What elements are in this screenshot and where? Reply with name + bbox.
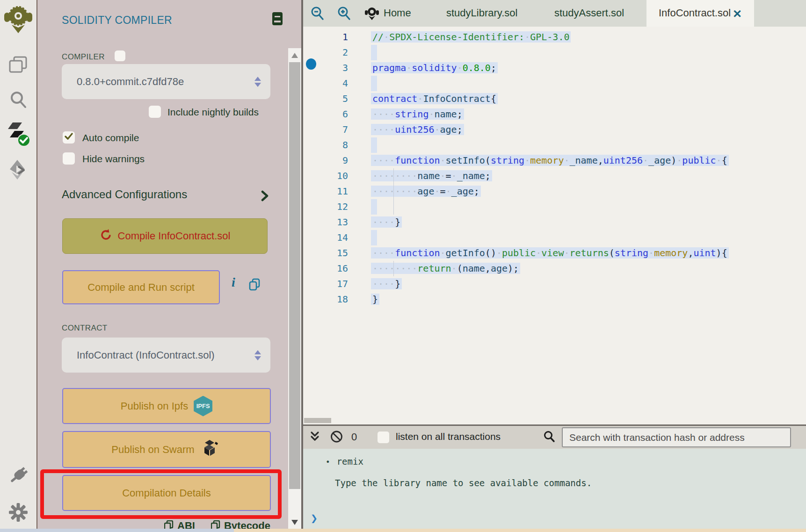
compilation-details-button[interactable]: Compilation Details	[62, 475, 271, 511]
line-number[interactable]: 10	[303, 168, 348, 184]
code-line: 12	[303, 199, 806, 215]
swarm-cubes-icon	[200, 439, 222, 460]
tab-home[interactable]: Home	[384, 7, 411, 19]
expand-terminal-icon[interactable]	[310, 431, 320, 445]
terminal-output[interactable]: •remix Type the library name to see avai…	[303, 449, 806, 532]
compile-run-label: Compile and Run script	[87, 281, 195, 294]
code-line: 18}	[303, 292, 806, 307]
line-number[interactable]: 8	[303, 137, 348, 153]
code-line: 7····uint256·age;	[303, 122, 806, 137]
contract-select[interactable]: InfoContract (InfoContract.sol)	[62, 338, 270, 373]
line-number[interactable]: 6	[303, 107, 348, 122]
line-number[interactable]: 5	[303, 91, 348, 107]
sidebar-scrollbar[interactable]	[288, 0, 301, 532]
ipfs-badge-icon: IPFS	[194, 396, 212, 417]
auto-compile-label: Auto compile	[82, 132, 139, 144]
select-arrows-icon	[254, 350, 261, 360]
line-number[interactable]: 13	[303, 215, 348, 230]
code-line: 4	[303, 76, 806, 91]
scrollbar-down-arrow[interactable]	[291, 520, 298, 525]
chevron-right-icon[interactable]	[261, 190, 269, 203]
advanced-configurations-toggle[interactable]: Advanced Configurations	[62, 188, 187, 201]
line-number[interactable]: 1	[303, 29, 348, 45]
terminal-remix-line: •remix	[326, 456, 363, 467]
code-line: 1//·SPDX-License-Identifier:·GPL-3.0	[303, 29, 806, 45]
icon-rail	[0, 0, 37, 532]
remix-home-icon	[364, 6, 379, 23]
copy-icon[interactable]	[249, 278, 260, 293]
info-icon[interactable]: i	[232, 275, 235, 290]
close-tab-icon[interactable]: ✕	[733, 7, 742, 21]
horizontal-scrollbar-thumb[interactable]	[304, 418, 331, 423]
publish-swarm-button[interactable]: Publish on Swarm	[62, 431, 271, 468]
select-arrows-icon	[254, 77, 261, 87]
deploy-run-icon[interactable]	[7, 159, 29, 182]
terminal-help-line: Type the library name to see available c…	[335, 478, 592, 488]
publish-swarm-label: Publish on Swarm	[111, 444, 194, 456]
refresh-icon	[100, 229, 112, 244]
file-explorer-icon[interactable]	[7, 56, 29, 75]
scrollbar-thumb[interactable]	[289, 62, 300, 489]
code-line: 6····string·name;	[303, 107, 806, 122]
line-number[interactable]: 17	[303, 276, 348, 292]
code-line: 11········age·=·_age;	[303, 184, 806, 199]
code-lines: 1//·SPDX-License-Identifier:·GPL-3.023pr…	[303, 29, 806, 307]
line-number[interactable]: 4	[303, 76, 348, 91]
terminal-panel: 0 listen on all transactions •remix Type…	[303, 424, 806, 532]
line-number[interactable]: 2	[303, 45, 348, 60]
settings-gear-icon[interactable]	[9, 503, 28, 524]
publish-ipfs-label: Publish on Ipfs	[121, 400, 188, 412]
panel-title: SOLIDITY COMPILER	[62, 14, 172, 27]
contract-section-label: CONTRACT	[62, 324, 108, 333]
code-line: 17····}	[303, 276, 806, 292]
line-number[interactable]: 14	[303, 230, 348, 245]
documentation-icon[interactable]	[272, 12, 283, 27]
transaction-count-badge: 0	[351, 431, 357, 443]
include-nightly-label: Include nightly builds	[167, 107, 259, 118]
contract-select-value: InfoContract (InfoContract.sol)	[77, 349, 254, 361]
compile-button-label: Compile InfoContract.sol	[118, 230, 231, 242]
search-rail-icon[interactable]	[9, 90, 28, 111]
line-number[interactable]: 16	[303, 261, 348, 276]
solidity-compiler-icon[interactable]	[6, 121, 30, 150]
line-number[interactable]: 3	[303, 60, 348, 76]
tab-bar: Home studyLibrary.sol studyAssert.sol In…	[303, 0, 806, 27]
line-number[interactable]: 7	[303, 122, 348, 137]
compiler-version-select[interactable]: 0.8.0+commit.c7dfd78e	[62, 64, 270, 99]
line-number[interactable]: 12	[303, 199, 348, 215]
terminal-search-input[interactable]	[562, 427, 791, 447]
line-number[interactable]: 9	[303, 153, 348, 168]
compile-button[interactable]: Compile InfoContract.sol	[62, 218, 268, 254]
compiler-config-checkbox[interactable]	[115, 50, 125, 61]
compiler-version-value: 0.8.0+commit.c7dfd78e	[77, 76, 254, 88]
remix-logo-icon[interactable]	[3, 3, 33, 38]
zoom-in-icon[interactable]	[337, 6, 351, 22]
compile-and-run-button[interactable]: Compile and Run script	[62, 270, 220, 304]
plugin-manager-icon[interactable]	[7, 465, 29, 486]
auto-compile-checkbox[interactable]	[63, 131, 75, 144]
publish-ipfs-button[interactable]: Publish on Ipfs IPFS	[62, 388, 271, 424]
zoom-out-icon[interactable]	[310, 6, 324, 22]
scrollbar-up-arrow[interactable]	[291, 53, 298, 58]
bullet-icon: •	[326, 458, 330, 467]
code-line: 3pragma·solidity·0.8.0;	[303, 60, 806, 76]
code-editor[interactable]: 1//·SPDX-License-Identifier:·GPL-3.023pr…	[303, 27, 806, 424]
clear-console-ban-icon[interactable]	[330, 430, 343, 445]
tab-infocontract-active[interactable]: InfoContract.sol ✕	[646, 0, 754, 27]
code-line: 8	[303, 137, 806, 153]
compilation-details-label: Compilation Details	[122, 487, 211, 499]
line-number[interactable]: 11	[303, 184, 348, 199]
bottom-edge-strip	[0, 529, 806, 532]
listen-transactions-label: listen on all transactions	[396, 431, 501, 442]
tab-studyassert[interactable]: studyAssert.sol	[554, 7, 624, 19]
tab-studylibrary[interactable]: studyLibrary.sol	[446, 7, 517, 19]
code-line: 2	[303, 45, 806, 60]
terminal-prompt: ❯	[311, 511, 318, 525]
line-number[interactable]: 15	[303, 245, 348, 261]
line-number[interactable]: 18	[303, 292, 348, 307]
code-line: 10········name·=·_name;	[303, 168, 806, 184]
include-nightly-checkbox[interactable]	[149, 106, 161, 118]
hide-warnings-checkbox[interactable]	[63, 152, 75, 165]
terminal-header: 0 listen on all transactions	[303, 426, 806, 449]
listen-transactions-checkbox[interactable]	[378, 431, 389, 443]
